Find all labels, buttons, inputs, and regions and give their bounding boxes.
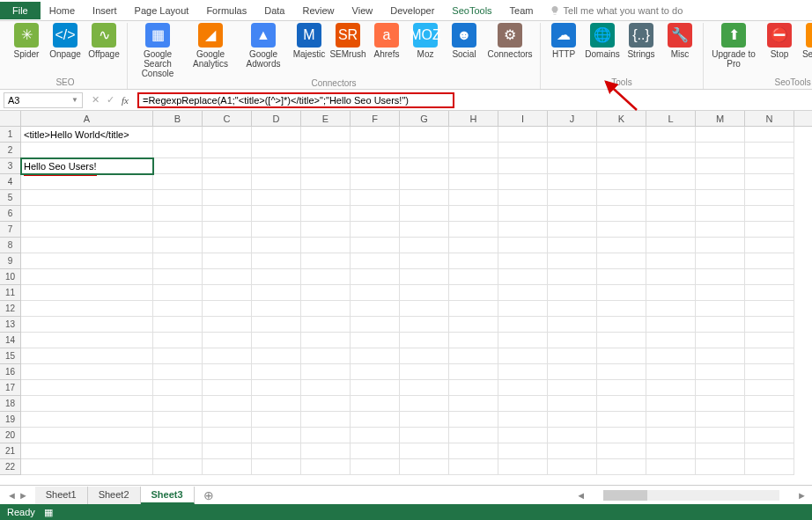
cell-L4[interactable]: [646, 174, 696, 190]
cell-G19[interactable]: [400, 412, 449, 428]
cell-N14[interactable]: [745, 333, 794, 348]
row-header-17[interactable]: 17: [0, 380, 21, 396]
cell-K8[interactable]: [597, 238, 646, 253]
cell-M18[interactable]: [696, 396, 745, 412]
cell-A6[interactable]: [21, 206, 153, 222]
cell-G9[interactable]: [400, 253, 449, 269]
cell-D19[interactable]: [252, 412, 301, 428]
cell-F18[interactable]: [351, 396, 400, 412]
cell-A10[interactable]: [21, 269, 153, 285]
cell-F8[interactable]: [351, 238, 400, 253]
cell-E4[interactable]: [301, 174, 351, 190]
cell-G16[interactable]: [400, 364, 449, 380]
cell-J10[interactable]: [548, 269, 597, 285]
cell-K16[interactable]: [597, 364, 646, 380]
cell-L22[interactable]: [646, 459, 696, 475]
cell-N1[interactable]: [745, 127, 794, 143]
ribbon-ahrefs[interactable]: aAhrefs: [369, 23, 404, 59]
cell-B13[interactable]: [153, 317, 203, 333]
cell-D4[interactable]: [252, 174, 301, 190]
cell-I8[interactable]: [498, 238, 548, 253]
col-header-L[interactable]: L: [646, 111, 696, 126]
cell-A20[interactable]: [21, 428, 153, 443]
cell-F14[interactable]: [351, 333, 400, 348]
cell-M9[interactable]: [696, 253, 745, 269]
cell-M16[interactable]: [696, 364, 745, 380]
cell-C11[interactable]: [203, 285, 252, 301]
cell-J15[interactable]: [548, 348, 597, 364]
col-header-I[interactable]: I: [498, 111, 548, 126]
row-header-12[interactable]: 12: [0, 301, 21, 317]
cell-B22[interactable]: [153, 459, 203, 475]
cell-B21[interactable]: [153, 443, 203, 459]
cell-C6[interactable]: [203, 206, 252, 222]
cell-H18[interactable]: [449, 396, 498, 412]
cell-N16[interactable]: [745, 364, 794, 380]
col-header-M[interactable]: M: [696, 111, 745, 126]
cell-C15[interactable]: [203, 348, 252, 364]
cell-L7[interactable]: [646, 222, 696, 238]
col-header-J[interactable]: J: [548, 111, 597, 126]
cell-H15[interactable]: [449, 348, 498, 364]
cell-N12[interactable]: [745, 301, 794, 317]
cell-D8[interactable]: [252, 238, 301, 253]
cell-I1[interactable]: [498, 127, 548, 143]
cell-I16[interactable]: [498, 364, 548, 380]
cell-C4[interactable]: [203, 174, 252, 190]
cell-J3[interactable]: [548, 158, 597, 174]
cell-F7[interactable]: [351, 222, 400, 238]
cell-M7[interactable]: [696, 222, 745, 238]
cell-H8[interactable]: [449, 238, 498, 253]
cell-K4[interactable]: [597, 174, 646, 190]
cell-N5[interactable]: [745, 190, 794, 206]
cell-K21[interactable]: [597, 443, 646, 459]
cell-B7[interactable]: [153, 222, 203, 238]
cell-A19[interactable]: [21, 412, 153, 428]
cell-G18[interactable]: [400, 396, 449, 412]
row-header-15[interactable]: 15: [0, 348, 21, 364]
cell-D15[interactable]: [252, 348, 301, 364]
cell-L17[interactable]: [646, 380, 696, 396]
cell-M5[interactable]: [696, 190, 745, 206]
cell-L15[interactable]: [646, 348, 696, 364]
cell-A16[interactable]: [21, 364, 153, 380]
cell-M17[interactable]: [696, 380, 745, 396]
cell-B16[interactable]: [153, 364, 203, 380]
cell-C17[interactable]: [203, 380, 252, 396]
cell-J19[interactable]: [548, 412, 597, 428]
cell-E1[interactable]: [301, 127, 351, 143]
cell-B1[interactable]: [153, 127, 203, 143]
cell-C5[interactable]: [203, 190, 252, 206]
cell-G13[interactable]: [400, 317, 449, 333]
ribbon-ga[interactable]: ◢Google Analytics: [186, 23, 235, 69]
cell-B3[interactable]: [153, 158, 203, 174]
cell-F10[interactable]: [351, 269, 400, 285]
cell-D10[interactable]: [252, 269, 301, 285]
cell-E11[interactable]: [301, 285, 351, 301]
col-header-A[interactable]: A: [21, 111, 153, 126]
cell-K17[interactable]: [597, 380, 646, 396]
cell-F13[interactable]: [351, 317, 400, 333]
cell-K22[interactable]: [597, 459, 646, 475]
cell-J22[interactable]: [548, 459, 597, 475]
cell-G17[interactable]: [400, 380, 449, 396]
tab-team[interactable]: Team: [501, 2, 543, 19]
cell-K7[interactable]: [597, 222, 646, 238]
cell-M6[interactable]: [696, 206, 745, 222]
cell-M11[interactable]: [696, 285, 745, 301]
cell-I11[interactable]: [498, 285, 548, 301]
cell-H4[interactable]: [449, 174, 498, 190]
cell-K20[interactable]: [597, 428, 646, 443]
row-header-3[interactable]: 3: [0, 158, 21, 174]
cell-N18[interactable]: [745, 396, 794, 412]
cell-F16[interactable]: [351, 364, 400, 380]
cell-G8[interactable]: [400, 238, 449, 253]
tab-review[interactable]: Review: [293, 2, 343, 19]
cell-J21[interactable]: [548, 443, 597, 459]
cell-M22[interactable]: [696, 459, 745, 475]
cell-A5[interactable]: [21, 190, 153, 206]
cell-H2[interactable]: [449, 143, 498, 158]
row-header-16[interactable]: 16: [0, 364, 21, 380]
cell-A14[interactable]: [21, 333, 153, 348]
cell-N20[interactable]: [745, 428, 794, 443]
